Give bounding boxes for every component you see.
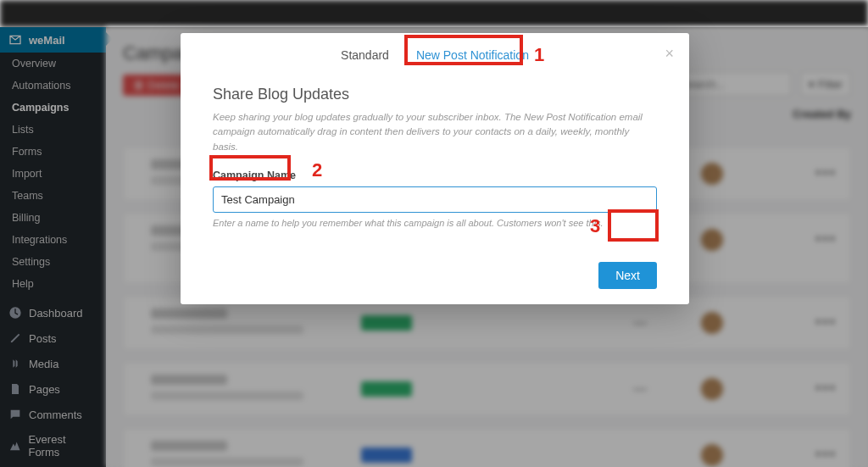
tab-new-post-notification[interactable]: New Post Notification xyxy=(411,45,534,67)
annotation-3: 3 xyxy=(590,215,600,237)
modal-title: Share Blog Updates xyxy=(213,86,657,103)
modal-description: Keep sharing your blog updates gradually… xyxy=(213,110,657,154)
new-campaign-modal: Standard New Post Notification × Share B… xyxy=(181,33,689,304)
annotation-2: 2 xyxy=(312,159,322,181)
close-icon[interactable]: × xyxy=(665,45,674,63)
modal-tabs: Standard New Post Notification × xyxy=(181,33,689,75)
next-button[interactable]: Next xyxy=(598,262,657,289)
campaign-name-label: Campaign Name xyxy=(213,170,657,181)
tab-standard[interactable]: Standard xyxy=(336,45,394,67)
wp-admin-bar xyxy=(0,0,868,27)
annotation-1: 1 xyxy=(534,44,544,66)
campaign-name-input[interactable] xyxy=(213,186,657,213)
